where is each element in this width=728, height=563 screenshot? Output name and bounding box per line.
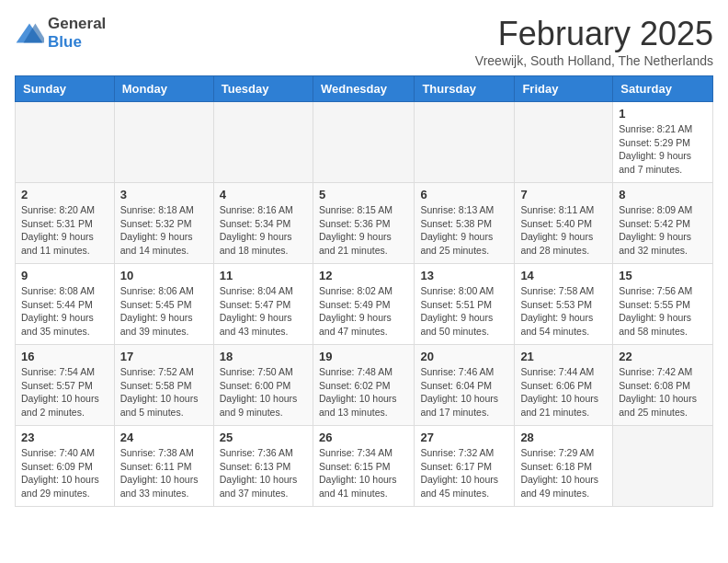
day-info: Sunrise: 7:46 AM Sunset: 6:04 PM Dayligh… <box>420 365 508 419</box>
day-number: 18 <box>220 350 307 363</box>
week-row-3: 9Sunrise: 8:08 AM Sunset: 5:44 PM Daylig… <box>16 264 713 345</box>
day-info: Sunrise: 8:15 AM Sunset: 5:36 PM Dayligh… <box>319 203 408 258</box>
page-header: General Blue February 2025 Vreewijk, Sou… <box>15 15 713 68</box>
weekday-header-monday: Monday <box>114 76 213 102</box>
day-cell: 21Sunrise: 7:44 AM Sunset: 6:06 PM Dayli… <box>515 345 613 426</box>
day-cell: 10Sunrise: 8:06 AM Sunset: 5:45 PM Dayli… <box>114 264 213 345</box>
logo-text: General Blue <box>48 15 106 52</box>
logo-general: General <box>48 15 106 32</box>
day-info: Sunrise: 8:02 AM Sunset: 5:49 PM Dayligh… <box>319 284 408 339</box>
day-number: 15 <box>619 269 707 282</box>
day-cell: 2Sunrise: 8:20 AM Sunset: 5:31 PM Daylig… <box>16 183 115 264</box>
day-cell: 26Sunrise: 7:34 AM Sunset: 6:15 PM Dayli… <box>313 426 414 507</box>
weekday-header-wednesday: Wednesday <box>313 76 414 102</box>
day-number: 21 <box>520 350 607 363</box>
day-info: Sunrise: 8:06 AM Sunset: 5:45 PM Dayligh… <box>120 284 208 339</box>
day-info: Sunrise: 7:32 AM Sunset: 6:17 PM Dayligh… <box>420 446 508 500</box>
day-info: Sunrise: 8:00 AM Sunset: 5:51 PM Dayligh… <box>420 284 508 339</box>
day-info: Sunrise: 7:34 AM Sunset: 6:15 PM Dayligh… <box>319 446 408 500</box>
day-number: 14 <box>520 269 607 282</box>
day-cell: 18Sunrise: 7:50 AM Sunset: 6:00 PM Dayli… <box>213 345 313 426</box>
day-cell <box>415 102 515 183</box>
day-cell <box>613 426 713 507</box>
day-number: 19 <box>319 350 408 363</box>
day-number: 11 <box>220 269 307 282</box>
day-cell: 8Sunrise: 8:09 AM Sunset: 5:42 PM Daylig… <box>613 183 713 264</box>
day-number: 6 <box>420 188 508 201</box>
day-info: Sunrise: 8:16 AM Sunset: 5:34 PM Dayligh… <box>220 203 307 258</box>
day-cell: 3Sunrise: 8:18 AM Sunset: 5:32 PM Daylig… <box>114 183 213 264</box>
day-info: Sunrise: 7:58 AM Sunset: 5:53 PM Dayligh… <box>520 284 607 339</box>
day-cell: 1Sunrise: 8:21 AM Sunset: 5:29 PM Daylig… <box>613 102 713 183</box>
day-info: Sunrise: 7:42 AM Sunset: 6:08 PM Dayligh… <box>619 365 707 419</box>
day-info: Sunrise: 8:13 AM Sunset: 5:38 PM Dayligh… <box>420 203 508 258</box>
day-cell: 9Sunrise: 8:08 AM Sunset: 5:44 PM Daylig… <box>16 264 115 345</box>
day-cell: 25Sunrise: 7:36 AM Sunset: 6:13 PM Dayli… <box>213 426 313 507</box>
calendar-table: SundayMondayTuesdayWednesdayThursdayFrid… <box>15 75 713 507</box>
week-row-1: 1Sunrise: 8:21 AM Sunset: 5:29 PM Daylig… <box>16 102 713 183</box>
logo: General Blue <box>15 15 106 52</box>
day-number: 24 <box>120 431 208 444</box>
day-cell: 6Sunrise: 8:13 AM Sunset: 5:38 PM Daylig… <box>415 183 515 264</box>
day-cell: 5Sunrise: 8:15 AM Sunset: 5:36 PM Daylig… <box>313 183 414 264</box>
weekday-header-saturday: Saturday <box>613 76 713 102</box>
day-info: Sunrise: 7:29 AM Sunset: 6:18 PM Dayligh… <box>520 446 607 500</box>
week-row-2: 2Sunrise: 8:20 AM Sunset: 5:31 PM Daylig… <box>16 183 713 264</box>
day-cell: 13Sunrise: 8:00 AM Sunset: 5:51 PM Dayli… <box>415 264 515 345</box>
day-number: 9 <box>21 269 108 282</box>
day-info: Sunrise: 7:48 AM Sunset: 6:02 PM Dayligh… <box>319 365 408 419</box>
day-number: 1 <box>619 107 707 121</box>
day-number: 2 <box>21 188 108 201</box>
day-info: Sunrise: 8:21 AM Sunset: 5:29 PM Dayligh… <box>619 122 707 177</box>
weekday-header-friday: Friday <box>515 76 613 102</box>
day-cell: 14Sunrise: 7:58 AM Sunset: 5:53 PM Dayli… <box>515 264 613 345</box>
day-cell: 28Sunrise: 7:29 AM Sunset: 6:18 PM Dayli… <box>515 426 613 507</box>
day-info: Sunrise: 7:38 AM Sunset: 6:11 PM Dayligh… <box>120 446 208 500</box>
day-info: Sunrise: 7:44 AM Sunset: 6:06 PM Dayligh… <box>520 365 607 419</box>
month-title: February 2025 <box>475 15 713 53</box>
day-cell: 24Sunrise: 7:38 AM Sunset: 6:11 PM Dayli… <box>114 426 213 507</box>
logo-icon <box>15 22 44 44</box>
day-number: 8 <box>619 188 707 201</box>
weekday-header-tuesday: Tuesday <box>213 76 313 102</box>
day-number: 23 <box>21 431 108 444</box>
day-number: 17 <box>120 350 208 363</box>
day-number: 26 <box>319 431 408 444</box>
day-info: Sunrise: 8:08 AM Sunset: 5:44 PM Dayligh… <box>21 284 108 339</box>
day-cell: 27Sunrise: 7:32 AM Sunset: 6:17 PM Dayli… <box>415 426 515 507</box>
day-cell <box>313 102 414 183</box>
weekday-header-thursday: Thursday <box>415 76 515 102</box>
day-number: 28 <box>520 431 607 444</box>
logo-blue: Blue <box>48 33 82 51</box>
day-info: Sunrise: 7:56 AM Sunset: 5:55 PM Dayligh… <box>619 284 707 339</box>
week-row-5: 23Sunrise: 7:40 AM Sunset: 6:09 PM Dayli… <box>16 426 713 507</box>
weekday-header-sunday: Sunday <box>16 76 115 102</box>
week-row-4: 16Sunrise: 7:54 AM Sunset: 5:57 PM Dayli… <box>16 345 713 426</box>
day-info: Sunrise: 8:18 AM Sunset: 5:32 PM Dayligh… <box>120 203 208 258</box>
day-number: 4 <box>220 188 307 201</box>
day-cell <box>515 102 613 183</box>
day-cell: 20Sunrise: 7:46 AM Sunset: 6:04 PM Dayli… <box>415 345 515 426</box>
day-number: 10 <box>120 269 208 282</box>
day-info: Sunrise: 7:50 AM Sunset: 6:00 PM Dayligh… <box>220 365 307 419</box>
day-cell <box>213 102 313 183</box>
day-number: 7 <box>520 188 607 201</box>
day-cell: 11Sunrise: 8:04 AM Sunset: 5:47 PM Dayli… <box>213 264 313 345</box>
day-number: 13 <box>420 269 508 282</box>
day-info: Sunrise: 8:20 AM Sunset: 5:31 PM Dayligh… <box>21 203 108 258</box>
day-info: Sunrise: 7:40 AM Sunset: 6:09 PM Dayligh… <box>21 446 108 500</box>
day-number: 16 <box>21 350 108 363</box>
day-number: 12 <box>319 269 408 282</box>
day-info: Sunrise: 8:11 AM Sunset: 5:40 PM Dayligh… <box>520 203 607 258</box>
day-info: Sunrise: 8:09 AM Sunset: 5:42 PM Dayligh… <box>619 203 707 258</box>
day-cell: 16Sunrise: 7:54 AM Sunset: 5:57 PM Dayli… <box>16 345 115 426</box>
weekday-header-row: SundayMondayTuesdayWednesdayThursdayFrid… <box>16 76 713 102</box>
day-cell: 15Sunrise: 7:56 AM Sunset: 5:55 PM Dayli… <box>613 264 713 345</box>
day-info: Sunrise: 8:04 AM Sunset: 5:47 PM Dayligh… <box>220 284 307 339</box>
day-cell: 12Sunrise: 8:02 AM Sunset: 5:49 PM Dayli… <box>313 264 414 345</box>
day-cell: 22Sunrise: 7:42 AM Sunset: 6:08 PM Dayli… <box>613 345 713 426</box>
day-cell: 23Sunrise: 7:40 AM Sunset: 6:09 PM Dayli… <box>16 426 115 507</box>
day-cell: 7Sunrise: 8:11 AM Sunset: 5:40 PM Daylig… <box>515 183 613 264</box>
day-number: 25 <box>220 431 307 444</box>
day-info: Sunrise: 7:54 AM Sunset: 5:57 PM Dayligh… <box>21 365 108 419</box>
